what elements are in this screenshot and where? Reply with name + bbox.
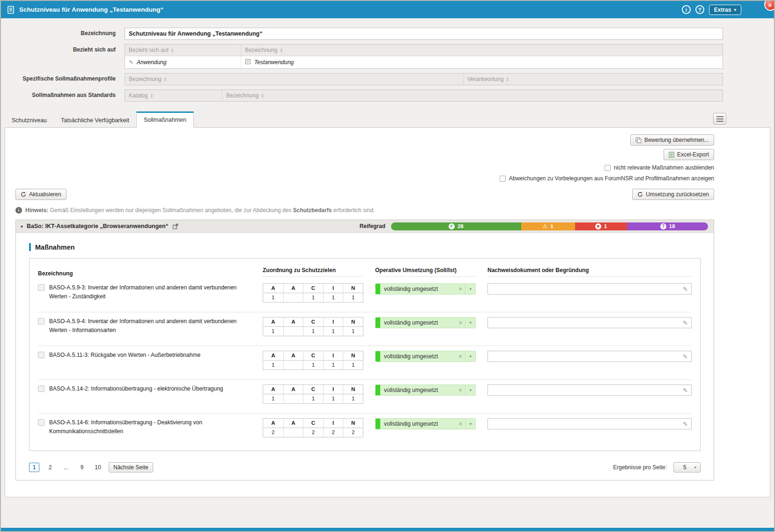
- window-bottom-bar: [1, 528, 774, 531]
- reifegrad-bar: ✔ 28 ⚠ 1 ✖ 1 ? 18: [391, 222, 708, 230]
- goal-value: 1: [343, 293, 363, 302]
- status-dropdown[interactable]: vollständig umgesetzt × ▾: [375, 351, 476, 362]
- status-dropdown[interactable]: vollständig umgesetzt × ▾: [375, 418, 476, 429]
- refresh-icon: [21, 192, 26, 197]
- status-dropdown[interactable]: vollständig umgesetzt × ▾: [375, 317, 476, 328]
- nachweis-input[interactable]: ✎: [487, 317, 692, 328]
- collapse-icon[interactable]: ▾: [21, 224, 23, 229]
- layout-menu-button[interactable]: [713, 113, 726, 125]
- chevron-down-icon[interactable]: ▾: [465, 385, 475, 395]
- row-checkbox[interactable]: [38, 385, 44, 392]
- profile-table: Bezeichnung ▲▼ Verantwortung ▲▼: [125, 73, 723, 85]
- chevron-down-icon[interactable]: ▾: [465, 318, 475, 328]
- bewertung-uebernehmen-button[interactable]: Bewertung übernehmen...: [630, 134, 714, 146]
- edit-icon[interactable]: ✎: [683, 387, 688, 394]
- page-button-2[interactable]: 2: [45, 463, 55, 472]
- button-label: Umsetzung zurücksetzen: [646, 191, 709, 198]
- excel-export-button[interactable]: Excel-Export: [664, 149, 714, 160]
- sort-icon: ▲▼: [171, 48, 174, 52]
- page-button-10[interactable]: 10: [93, 463, 103, 472]
- edit-icon[interactable]: ✎: [683, 319, 688, 326]
- goal-value: 1: [323, 293, 343, 302]
- column-header-bezieht-sich-auf[interactable]: Bezieht sich auf ▲▼: [125, 44, 241, 56]
- goal-value: [283, 361, 303, 369]
- tab-sollmassnahmen[interactable]: Sollmaßnahmen: [136, 111, 194, 128]
- status-label: vollständig umgesetzt: [380, 387, 456, 393]
- status-dropdown[interactable]: vollständig umgesetzt × ▾: [375, 283, 476, 295]
- goal-col-header: A: [283, 385, 303, 394]
- clear-icon[interactable]: ×: [456, 285, 465, 293]
- bezeichnung-input[interactable]: [125, 28, 723, 40]
- hide-irrelevant-checkbox-row[interactable]: nicht relevante Maßnahmen ausblenden: [15, 164, 714, 171]
- chevron-down-icon[interactable]: ▾: [465, 284, 475, 294]
- help-icon[interactable]: ?: [695, 5, 704, 14]
- page-button-9[interactable]: 9: [77, 463, 87, 472]
- nachweis-input[interactable]: ✎: [487, 283, 692, 295]
- aktualisieren-button[interactable]: Aktualisieren: [15, 189, 66, 200]
- info-icon[interactable]: i: [682, 5, 691, 14]
- sort-icon: ▲▼: [163, 77, 166, 81]
- show-deviations-checkbox-row[interactable]: Abweichungen zu Vorbelegungen aus ForumN…: [15, 175, 714, 182]
- clear-icon[interactable]: ×: [456, 420, 465, 428]
- row-checkbox[interactable]: [38, 352, 44, 358]
- column-header-verantwortung[interactable]: Verantwortung ▲▼: [463, 74, 723, 85]
- info-icon: i: [15, 207, 22, 214]
- extras-button[interactable]: Extras ▾: [709, 5, 741, 15]
- group-header[interactable]: ▾ BaSo: IKT-Assetkategorie „Browseranwen…: [16, 220, 714, 233]
- app-window: Schutzniveau für Anwendung „Testanwendun…: [0, 0, 775, 532]
- protection-goals-grid: A A C I N 1 1 1 1: [263, 351, 363, 370]
- edit-icon[interactable]: ✎: [683, 421, 688, 428]
- copy-icon: [635, 137, 642, 143]
- goal-col-header: N: [343, 419, 363, 428]
- status-dropdown[interactable]: vollständig umgesetzt × ▾: [375, 384, 476, 396]
- page-ellipsis: ...: [61, 463, 71, 472]
- table-row: BASO-A.5.14-2: Informationsübertragung -…: [38, 379, 692, 413]
- goal-col-header: N: [343, 318, 363, 327]
- goal-col-header: A: [263, 419, 283, 428]
- chevron-down-icon[interactable]: ▾: [465, 419, 475, 429]
- measures-table-header: Bezeichnung Zuordnung zu Schutzzielen Op…: [38, 267, 692, 277]
- chevron-down-icon[interactable]: ▾: [465, 351, 475, 362]
- goal-value: 1: [263, 293, 283, 302]
- edit-icon[interactable]: ✎: [683, 286, 688, 293]
- nachweis-input[interactable]: ✎: [487, 418, 692, 429]
- goal-col-header: A: [283, 351, 303, 361]
- column-header-bezeichnung[interactable]: Bezeichnung ▲▼: [222, 90, 723, 101]
- table-row: BASO-A.5.9-3: Inventar der Informationen…: [38, 279, 692, 312]
- checkbox-icon[interactable]: [605, 165, 611, 171]
- page-button-1[interactable]: 1: [29, 463, 39, 472]
- edit-icon[interactable]: ✎: [683, 353, 688, 360]
- goal-value: [283, 428, 303, 437]
- next-page-button[interactable]: Nächste Seite: [109, 462, 153, 473]
- nachweis-input[interactable]: ✎: [487, 351, 692, 362]
- column-header-bezeichnung[interactable]: Bezeichnung ▲▼: [241, 44, 723, 56]
- form-row-profile: Spezifische Sollmaßnahmenprofile Bezeich…: [1, 73, 723, 85]
- clear-icon[interactable]: ×: [456, 319, 465, 326]
- sort-icon: ▲▼: [280, 48, 282, 52]
- umsetzung-zuruecksetzen-button[interactable]: Umsetzung zurücksetzen: [632, 189, 714, 200]
- row-checkbox[interactable]: [38, 318, 44, 325]
- checkbox-icon[interactable]: [500, 176, 506, 182]
- table-row: BASO-A.5.11-3: Rückgabe von Werten - Auß…: [38, 346, 692, 379]
- row-checkbox[interactable]: [38, 284, 44, 291]
- per-page-select[interactable]: 5 ▾: [673, 462, 701, 473]
- table-row[interactable]: ✎ Anwendung Testanwendung: [125, 56, 723, 68]
- goal-value: 1: [323, 327, 343, 336]
- segment-count: 18: [669, 223, 675, 229]
- column-label: Bezeichnung: [129, 76, 161, 82]
- segment-open: ? 18: [627, 222, 708, 230]
- external-link-icon[interactable]: [172, 223, 178, 229]
- row-checkbox[interactable]: [38, 419, 44, 426]
- tab-tatsaechliche-verfuegbarkeit[interactable]: Tatsächliche Verfügbarkeit: [54, 112, 136, 128]
- nachweis-input[interactable]: ✎: [487, 384, 692, 396]
- clear-icon[interactable]: ×: [456, 386, 465, 394]
- tab-schutzniveau[interactable]: Schutzniveau: [5, 112, 54, 128]
- per-page-label: Ergebnisse pro Seite:: [613, 464, 667, 471]
- clear-icon[interactable]: ×: [456, 353, 465, 360]
- extras-label: Extras: [714, 7, 731, 13]
- column-header-bezeichnung: Bezeichnung: [38, 270, 263, 277]
- sort-icon: ▲▼: [506, 77, 509, 81]
- column-header-bezeichnung[interactable]: Bezeichnung ▲▼: [125, 74, 463, 85]
- column-header-katalog[interactable]: Katalog ▲▼: [125, 90, 222, 101]
- tab-content-panel: Bewertung übernehmen... Excel-Export nic…: [5, 127, 770, 497]
